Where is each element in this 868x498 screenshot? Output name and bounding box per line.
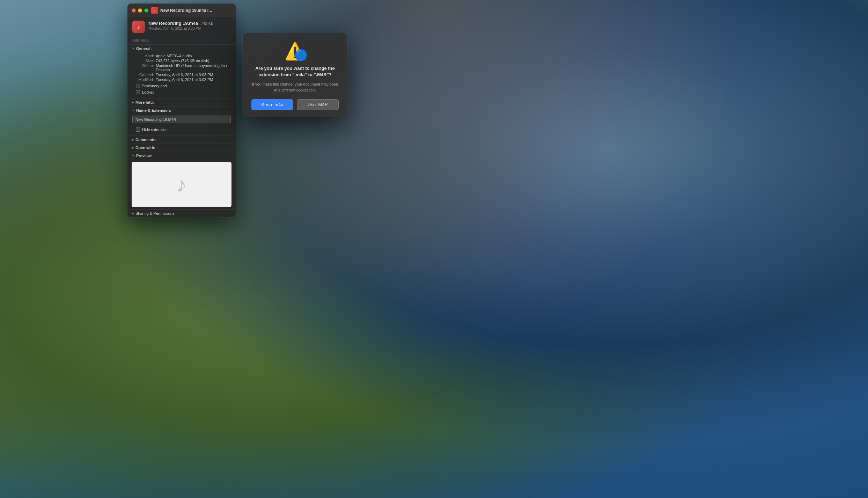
sharing-section-header[interactable]: ▶ Sharing & Permissions: [127, 209, 236, 217]
stationery-label: Stationery pad [142, 84, 167, 88]
comments-section-header[interactable]: ▶ Comments: [127, 136, 236, 144]
file-modified: Modified: April 6, 2021 at 3:03 PM [148, 27, 231, 30]
window-title-area: New Recording 19.m4a i... [151, 7, 231, 14]
general-section-header[interactable]: ▼ General: [127, 44, 236, 52]
get-info-window: New Recording 19.m4a i... ♪ New Recordin… [127, 3, 236, 217]
preview-chevron-icon: ▼ [132, 154, 135, 158]
name-ext-section-label: Name & Extension: [136, 108, 171, 112]
file-size: 742 KB [201, 21, 213, 25]
keep-extension-button[interactable]: Keep .m4a [251, 99, 293, 110]
hide-extension-checkbox[interactable] [136, 127, 140, 132]
window-title: New Recording 19.m4a i... [160, 8, 212, 13]
stationery-row: Stationery pad [132, 84, 231, 88]
modified-info-label: Modified: [132, 78, 154, 82]
open-with-section-header[interactable]: ▶ Open with: [127, 144, 236, 152]
file-meta: New Recording 19.m4a 742 KB Modified: Ap… [148, 21, 231, 30]
music-note-icon: ♪ [176, 173, 187, 197]
sharing-chevron-icon: ▶ [132, 212, 134, 215]
minimize-button[interactable] [138, 8, 142, 13]
locked-label: Locked [142, 90, 154, 94]
tags-section [127, 36, 236, 44]
file-icon-titlebar [151, 7, 158, 14]
file-name-size: New Recording 19.m4a 742 KB [148, 21, 231, 26]
preview-section-header[interactable]: ▼ Preview: [127, 152, 236, 160]
kind-label: Kind: [132, 54, 154, 58]
close-button[interactable] [132, 8, 136, 13]
general-section-label: General: [136, 46, 152, 51]
alert-message: If you make this change, your document m… [251, 81, 339, 93]
general-section-content: Kind: Apple MPEG-4 audio Size: 742,272 b… [127, 52, 236, 98]
preview-section-label: Preview: [136, 154, 152, 158]
locked-row: Locked [132, 90, 231, 94]
traffic-lights [132, 8, 148, 13]
window-titlebar: New Recording 19.m4a i... [127, 3, 236, 17]
modified-row: Modified: Tuesday, April 6, 2021 at 3:03… [132, 78, 231, 82]
more-info-chevron-icon: ▶ [132, 101, 134, 104]
stationery-checkbox[interactable] [136, 84, 140, 88]
preview-container: ♪ [132, 162, 231, 207]
kind-row: Kind: Apple MPEG-4 audio [132, 54, 231, 58]
extension-change-dialog: ⚠️🔵 Are you sure you want to change the … [243, 33, 347, 117]
use-extension-button[interactable]: Use .M4R [297, 99, 339, 110]
tags-input[interactable] [132, 38, 231, 42]
kind-value: Apple MPEG-4 audio [156, 54, 231, 58]
maximize-button[interactable] [144, 8, 148, 13]
created-label: Created: [132, 73, 154, 77]
alert-buttons: Keep .m4a Use .M4R [251, 99, 339, 110]
comments-section-label: Comments: [135, 138, 157, 142]
name-ext-section-header[interactable]: ▼ Name & Extension: [127, 106, 236, 114]
modified-info-value: Tuesday, April 6, 2021 at 3:03 PM [156, 78, 231, 82]
hide-extension-label: Hide extension [142, 127, 168, 132]
finder-icon: 🔵 [294, 49, 308, 62]
where-value: Macintosh HD › Users › shaynemelegrito ›… [156, 64, 231, 72]
comments-chevron-icon: ▶ [132, 138, 134, 141]
name-ext-chevron-icon: ▼ [132, 109, 135, 112]
file-header: ♪ New Recording 19.m4a 742 KB Modified: … [127, 17, 236, 36]
alert-icon: ⚠️🔵 [285, 42, 306, 61]
size-value: 742,272 bytes (745 KB on disk) [156, 59, 231, 63]
where-row: Where: Macintosh HD › Users › shaynemele… [132, 64, 231, 72]
more-info-section-header[interactable]: ▶ More Info: [127, 98, 236, 106]
general-chevron-icon: ▼ [132, 47, 135, 50]
created-row: Created: Tuesday, April 6, 2021 at 3:03 … [132, 73, 231, 77]
where-label: Where: [132, 64, 154, 72]
open-with-chevron-icon: ▶ [132, 146, 134, 149]
created-value: Tuesday, April 6, 2021 at 3:03 PM [156, 73, 231, 77]
open-with-section-label: Open with: [135, 146, 155, 150]
filename-field[interactable] [132, 116, 231, 123]
size-row: Size: 742,272 bytes (745 KB on disk) [132, 59, 231, 63]
sharing-section-label: Sharing & Permissions: [135, 211, 175, 215]
hide-extension-row: Hide extension [132, 127, 231, 132]
more-info-section-label: More Info: [135, 100, 154, 104]
locked-checkbox[interactable] [136, 90, 140, 94]
size-label: Size: [132, 59, 154, 63]
alert-title: Are you sure you want to change the exte… [251, 65, 339, 78]
file-name: New Recording 19.m4a [148, 21, 198, 26]
file-icon-large: ♪ [132, 21, 145, 33]
name-ext-content: Hide extension [127, 114, 236, 136]
